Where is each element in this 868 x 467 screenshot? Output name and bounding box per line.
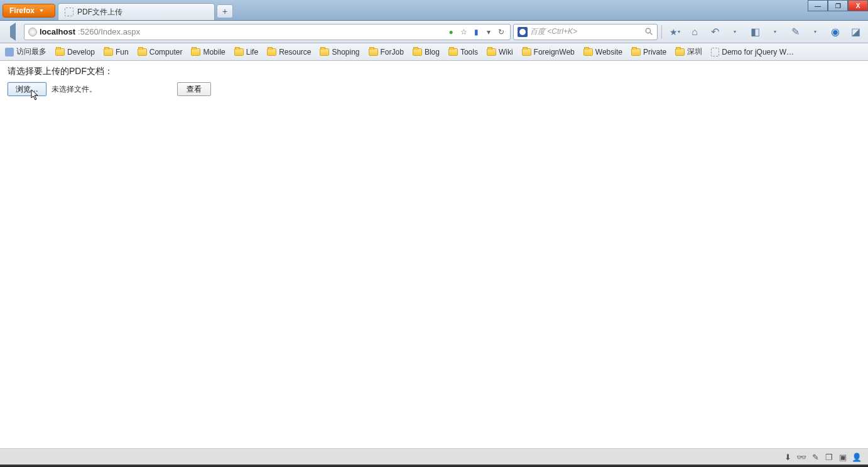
taskbar xyxy=(0,464,868,467)
view-button[interactable]: 查看 xyxy=(177,82,211,96)
palette-button[interactable]: ✎ xyxy=(786,23,804,41)
window-controls: — ❐ X xyxy=(808,0,868,11)
url-path: :5260/Index.aspx xyxy=(78,27,140,36)
folder-icon xyxy=(267,48,276,56)
minimize-button[interactable]: — xyxy=(808,0,828,11)
bookmark-label: Blog xyxy=(425,48,440,56)
status-icon-3[interactable]: ❐ xyxy=(824,452,834,462)
app-button[interactable]: ◪ xyxy=(847,23,864,41)
bookmark-label: Wiki xyxy=(499,48,513,56)
folder-icon xyxy=(448,48,458,56)
bookmark-label: ForeignWeb xyxy=(534,48,575,56)
search-engine-icon[interactable] xyxy=(518,27,528,37)
bookmark-label: Life xyxy=(246,48,258,56)
palette-dropdown[interactable]: ▾ xyxy=(806,23,824,41)
folder-icon xyxy=(55,48,65,56)
star-icon[interactable]: ☆ xyxy=(458,27,469,37)
close-button[interactable]: X xyxy=(848,0,868,11)
bookmark-item[interactable]: Resource xyxy=(267,48,311,56)
bookmark-item[interactable]: Wiki xyxy=(487,48,513,56)
upload-row: 浏览… 未选择文件。 查看 xyxy=(8,82,860,96)
file-status: 未选择文件。 xyxy=(52,84,97,95)
folder-icon xyxy=(234,48,244,56)
bookmark-item[interactable]: ForeignWeb xyxy=(522,48,575,56)
bookmark-item[interactable]: ForJob xyxy=(369,48,404,56)
bookmark-item[interactable]: Computer xyxy=(138,48,183,56)
status-icon-1[interactable]: 👓 xyxy=(796,452,806,462)
refresh-icon[interactable]: ↻ xyxy=(496,27,506,37)
back-button[interactable] xyxy=(4,23,21,41)
bookmark-label: Website xyxy=(595,48,622,56)
svg-line-1 xyxy=(650,33,652,35)
folder-icon xyxy=(320,48,329,56)
folder-icon xyxy=(522,48,531,56)
bookmark-item[interactable]: Mobile xyxy=(191,48,225,56)
folder-icon xyxy=(583,48,593,56)
bookmark-menu-button[interactable]: ★▾ xyxy=(666,23,683,41)
folder-icon xyxy=(104,48,113,56)
firefox-menu-button[interactable]: Firefox xyxy=(3,4,55,18)
folder-icon xyxy=(369,48,378,56)
bookmark-item[interactable]: Tools xyxy=(448,48,478,56)
status-icon-2[interactable]: ✎ xyxy=(810,452,820,462)
url-bar[interactable]: localhost:5260/Index.aspx ● ☆ ▮ ▾ ↻ xyxy=(24,24,511,40)
search-bar[interactable]: 百度 <Ctrl+K> xyxy=(513,24,658,40)
globe-icon xyxy=(28,28,37,36)
bookmark-item[interactable]: Private xyxy=(631,48,666,56)
bookmark-item[interactable]: Shoping xyxy=(320,48,359,56)
bookmark-label: Demo for jQuery W… xyxy=(722,48,794,56)
bookmark-label: Mobile xyxy=(203,48,225,56)
bookmark-item[interactable]: Life xyxy=(234,48,258,56)
bookmark-item[interactable]: Website xyxy=(583,48,622,56)
folder-icon xyxy=(191,48,200,56)
bookmark-item[interactable]: 访问最多 xyxy=(5,46,46,57)
search-placeholder: 百度 <Ctrl+K> xyxy=(530,26,577,37)
bookmark-label: ForJob xyxy=(381,48,404,56)
bookmark-item[interactable]: Fun xyxy=(104,48,129,56)
status-icon-0[interactable]: ⬇ xyxy=(783,452,793,462)
nav-toolbar: localhost:5260/Index.aspx ● ☆ ▮ ▾ ↻ 百度 <… xyxy=(0,21,868,43)
status-icon-5[interactable]: 👤 xyxy=(852,452,862,462)
bookmark-label: Shoping xyxy=(332,48,359,56)
bookmark-label: Develop xyxy=(67,48,95,56)
device-icon[interactable]: ▮ xyxy=(471,27,481,37)
folder-icon xyxy=(631,48,641,56)
bookmark-label: Computer xyxy=(149,48,183,56)
maximize-button[interactable]: ❐ xyxy=(828,0,848,11)
page-icon xyxy=(711,48,719,56)
folder-icon xyxy=(413,48,422,56)
tab-title: PDF文件上传 xyxy=(77,7,122,18)
window-button[interactable]: ◧ xyxy=(746,23,764,41)
bookmark-item[interactable]: Blog xyxy=(413,48,440,56)
addon-bar: ⬇👓✎❐▣👤 xyxy=(780,451,864,463)
most-visited-icon xyxy=(5,48,14,56)
bookmark-item[interactable]: Demo for jQuery W… xyxy=(711,48,794,56)
folder-icon xyxy=(675,48,685,56)
search-icon[interactable] xyxy=(645,28,653,36)
bookmark-label: Resource xyxy=(279,48,311,56)
undo-button[interactable]: ↶ xyxy=(706,23,724,41)
tab-favicon-icon xyxy=(65,8,73,16)
globe-button[interactable]: ◉ xyxy=(827,23,844,41)
browse-button[interactable]: 浏览… xyxy=(8,82,46,96)
home-button[interactable]: ⌂ xyxy=(686,23,703,41)
undo-dropdown[interactable]: ▾ xyxy=(726,23,744,41)
folder-icon xyxy=(138,48,147,56)
bookmark-item[interactable]: Develop xyxy=(55,48,95,56)
page-content: 请选择要上传的PDF文档： 浏览… 未选择文件。 查看 xyxy=(0,61,868,449)
status-icon-4[interactable]: ▣ xyxy=(838,452,848,462)
browser-tab[interactable]: PDF文件上传 xyxy=(58,3,215,20)
bookmark-label: Tools xyxy=(460,48,478,56)
window-dropdown[interactable]: ▾ xyxy=(766,23,784,41)
bookmark-label: 访问最多 xyxy=(16,46,46,57)
separator xyxy=(661,25,662,39)
svg-point-0 xyxy=(646,28,650,33)
bookmark-item[interactable]: 深圳 xyxy=(675,46,702,57)
share-icon[interactable]: ● xyxy=(446,27,456,37)
dropdown-icon[interactable]: ▾ xyxy=(484,27,494,37)
bookmark-label: Private xyxy=(643,48,666,56)
titlebar: Firefox PDF文件上传 + — ❐ X xyxy=(0,0,868,21)
new-tab-button[interactable]: + xyxy=(217,4,233,18)
firefox-label: Firefox xyxy=(9,6,35,15)
plus-icon: + xyxy=(222,6,227,16)
